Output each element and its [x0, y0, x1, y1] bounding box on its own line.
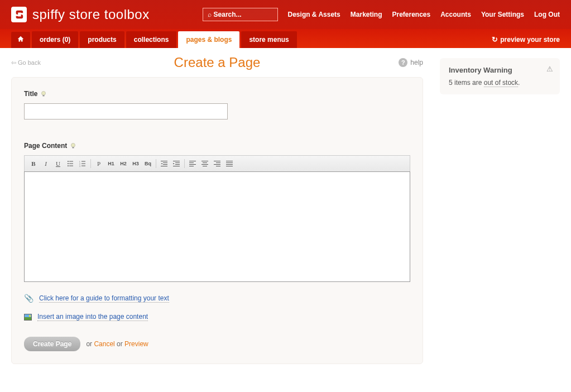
svg-rect-26 — [189, 164, 196, 165]
editor-toolbar: B I U 123 P H1 H2 H3 Bq — [24, 155, 410, 171]
svg-rect-19 — [161, 166, 167, 166]
toolbar-italic[interactable]: I — [40, 158, 51, 169]
help-link[interactable]: ? help — [399, 58, 423, 67]
svg-rect-24 — [189, 161, 196, 161]
sidebar: ⚠ Inventory Warning 5 items are out of s… — [440, 58, 560, 364]
svg-rect-22 — [175, 164, 180, 165]
nav-marketing[interactable]: Marketing — [351, 11, 382, 18]
svg-rect-38 — [226, 164, 233, 165]
insert-image-row: Insert an image into the page content — [24, 313, 410, 321]
form-panel: Title Page Content B I U 123 P H1 H2 H3 … — [11, 77, 423, 364]
toolbar-bq[interactable]: Bq — [142, 158, 153, 169]
svg-rect-13 — [81, 164, 85, 164]
svg-rect-17 — [163, 162, 167, 163]
formatting-guide-link[interactable]: Click here for a guide to formatting you… — [39, 294, 169, 303]
tab-orders[interactable]: orders (0) — [32, 31, 78, 48]
search-input[interactable] — [214, 11, 273, 18]
top-header: spiffy store toolbox ⌕ Design & Assets M… — [0, 0, 571, 29]
svg-rect-23 — [173, 166, 180, 166]
svg-rect-30 — [201, 164, 208, 165]
inventory-warning-card: ⚠ Inventory Warning 5 items are out of s… — [440, 58, 560, 94]
inventory-warning-text: 5 items are out of stock. — [449, 79, 551, 87]
help-icon: ? — [399, 58, 407, 67]
help-label: help — [410, 59, 423, 66]
toolbar-sep — [156, 159, 156, 168]
search-icon: ⌕ — [208, 11, 212, 18]
toolbar-h2[interactable]: H2 — [118, 158, 129, 169]
svg-point-8 — [68, 165, 69, 166]
toolbar-ol[interactable]: 123 — [77, 158, 88, 169]
tab-home[interactable] — [11, 32, 30, 48]
go-back-link[interactable]: ⇦ Go back — [11, 59, 41, 66]
brand-name: spiffy store toolbox — [32, 7, 150, 22]
page-title: Create a Page — [174, 55, 261, 70]
toolbar-indent[interactable] — [171, 158, 182, 169]
nav-log-out[interactable]: Log Out — [534, 11, 560, 18]
toolbar-h3[interactable]: H3 — [130, 158, 141, 169]
tab-collections[interactable]: collections — [126, 31, 177, 48]
svg-rect-35 — [216, 166, 220, 166]
svg-rect-16 — [161, 161, 167, 161]
content-editor[interactable] — [24, 171, 410, 282]
nav-preferences[interactable]: Preferences — [392, 11, 430, 18]
svg-rect-34 — [214, 164, 220, 165]
preview-store-link[interactable]: ↻ preview your store — [492, 35, 560, 48]
nav-your-settings[interactable]: Your Settings — [481, 11, 524, 18]
svg-rect-9 — [69, 166, 73, 166]
create-page-button[interactable]: Create Page — [24, 337, 80, 351]
toolbar-outdent[interactable] — [159, 158, 170, 169]
svg-rect-11 — [81, 161, 85, 162]
svg-rect-18 — [163, 164, 167, 165]
nav-accounts[interactable]: Accounts — [440, 11, 471, 18]
back-arrow-icon: ⇦ — [11, 59, 16, 66]
logo-area[interactable]: spiffy store toolbox — [11, 7, 150, 22]
top-nav: ⌕ Design & Assets Marketing Preferences … — [203, 8, 560, 21]
content-label: Page Content — [24, 142, 67, 150]
cancel-link[interactable]: Cancel — [94, 340, 114, 348]
toolbar-h1[interactable]: H1 — [105, 158, 117, 169]
svg-point-4 — [68, 161, 69, 162]
guide-row: 📎 Click here for a guide to formatting y… — [24, 294, 410, 303]
toolbar-align-left[interactable] — [187, 158, 198, 169]
go-back-label: Go back — [18, 59, 41, 66]
svg-rect-39 — [226, 166, 233, 166]
bulb-icon — [70, 142, 76, 149]
tab-products[interactable]: products — [80, 31, 124, 48]
tab-store-menus[interactable]: store menus — [241, 31, 296, 48]
svg-rect-32 — [214, 161, 220, 161]
bulb-icon — [40, 90, 47, 97]
toolbar-bold[interactable]: B — [28, 158, 39, 169]
svg-rect-1 — [43, 95, 45, 97]
svg-point-6 — [68, 163, 69, 164]
attachment-icon: 📎 — [24, 294, 33, 303]
title-input[interactable] — [24, 103, 228, 119]
logo-icon — [11, 7, 27, 22]
insert-image-link[interactable]: Insert an image into the page content — [37, 313, 148, 321]
toolbar-sep — [90, 159, 91, 168]
actions-text: or Cancel or Preview — [86, 340, 148, 348]
toolbar-align-right[interactable] — [212, 158, 223, 169]
toolbar-ul[interactable] — [65, 158, 76, 169]
preview-store-label: preview your store — [500, 36, 560, 44]
toolbar-underline[interactable]: U — [52, 158, 64, 169]
svg-point-0 — [42, 92, 46, 95]
toolbar-align-center[interactable] — [199, 158, 210, 169]
toolbar-sep — [184, 159, 185, 168]
tab-pages-blogs[interactable]: pages & blogs — [178, 31, 239, 48]
toolbar-align-justify[interactable] — [224, 158, 235, 169]
image-icon — [24, 314, 32, 321]
title-label-row: Title — [24, 90, 410, 98]
preview-link[interactable]: Preview — [124, 340, 148, 348]
svg-rect-5 — [69, 161, 73, 162]
nav-design-assets[interactable]: Design & Assets — [288, 11, 340, 18]
toolbar-p[interactable]: P — [93, 158, 104, 169]
search-box[interactable]: ⌕ — [203, 8, 278, 21]
out-of-stock-link[interactable]: out of stock — [484, 79, 518, 87]
page-header-row: ⇦ Go back Create a Page ? help — [11, 58, 423, 67]
svg-rect-21 — [175, 162, 180, 163]
svg-text:3: 3 — [79, 165, 80, 168]
svg-rect-33 — [216, 162, 220, 163]
content-wrap: ⇦ Go back Create a Page ? help Title Pag… — [0, 48, 571, 374]
main-column: ⇦ Go back Create a Page ? help Title Pag… — [11, 58, 423, 364]
svg-rect-29 — [203, 162, 207, 163]
